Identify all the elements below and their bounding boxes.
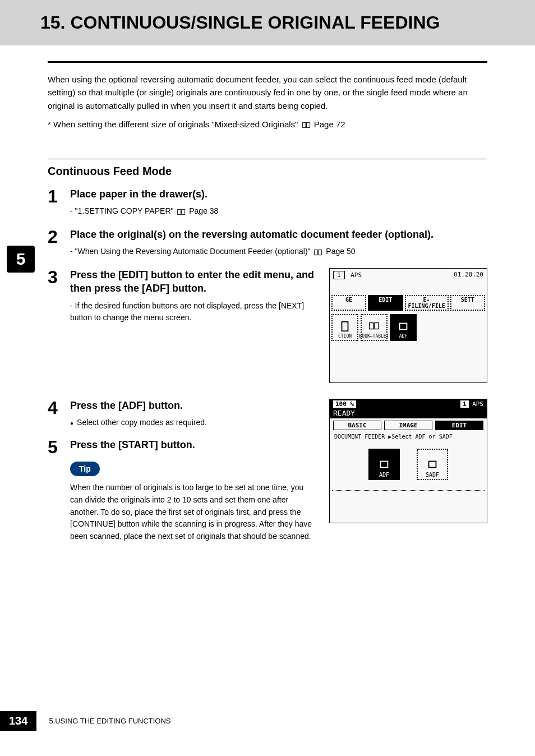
step-3: 3 Press the [EDIT] button to enter the e… [48,268,318,332]
scr2-tabs: BASIC IMAGE EDIT [330,418,487,432]
subnote-prefix: - "When Using the Reversing Automatic Do… [70,247,312,256]
subnote-prefix: - "1.SETTING COPY PAPER" [70,206,176,215]
count-box: 1 [333,271,345,279]
screenshot-edit-menu: 1 APS 01.28.20 GE EDIT E-FILING/FILE SET… [329,268,487,383]
subnote-suffix: Page 50 [326,247,355,256]
count-box: 1 [460,400,469,408]
scr2-sublabel: DOCUMENT FEEDER ▶Select ADF or SADF [330,432,487,441]
intro-paragraph: When using the optional reversing automa… [48,73,487,112]
book-icon [302,122,311,128]
tab-image[interactable]: IMAGE [384,421,432,430]
step-title: Press the [START] button. [70,438,318,451]
book-icon [177,209,186,215]
screenshot-adf-select: 100 % 1 APS READY BASIC IMAGE EDIT DOCUM… [329,399,487,545]
aps-label: APS [472,400,483,408]
tab-sett[interactable]: SETT [450,295,485,311]
page-number: 134 [0,711,36,731]
footer-chapter: 5.USING THE EDITING FUNCTIONS [49,717,170,725]
icon-ction[interactable]: CTION [331,314,358,341]
adf-icon [378,458,390,471]
section-heading: Continuous Feed Mode [48,165,487,181]
step-number: 5 [48,438,66,456]
chapter-side-tab: 5 [7,246,35,273]
step-bullet: Select other copy modes as required. [70,417,318,429]
step-subnote: - "When Using the Reversing Automatic Do… [70,246,487,258]
step-4-5-row: 4 Press the [ADF] button. Select other c… [48,399,487,545]
ready-label: READY [330,409,487,418]
step-number: 1 [48,187,66,205]
svg-rect-1 [370,323,373,329]
tab-edit[interactable]: EDIT [435,421,483,430]
step-subnote: - "1.SETTING COPY PAPER" Page 38 [70,205,487,218]
intro-note: * When setting the different size of ori… [48,118,487,131]
tab-edit[interactable]: EDIT [368,295,403,311]
percent-box: 100 % [333,400,356,408]
section-divider [48,159,487,159]
step-5: 5 Press the [START] button. Tip When the… [48,438,318,543]
step-3-row: 3 Press the [EDIT] button to enter the e… [48,268,487,383]
step-title: Place the original(s) on the reversing a… [70,228,487,241]
svg-rect-4 [381,461,388,467]
main-content: When using the optional reversing automa… [0,61,535,545]
icon-label: ADF [399,334,407,339]
subnote-suffix: Page 38 [189,206,218,215]
steps-left: 4 Press the [ADF] button. Select other c… [48,399,318,545]
page-footer: 134 5.USING THE EDITING FUNCTIONS [0,711,171,731]
tab-basic[interactable]: BASIC [333,421,381,430]
step-number: 4 [48,399,66,417]
icon-adf[interactable]: ADF [390,314,417,341]
step-content: Press the [START] button. Tip When the n… [66,438,318,543]
divider [48,61,487,63]
step-content: Press the [EDIT] button to enter the edi… [66,268,318,332]
scr1-tabs: GE EDIT E-FILING/FILE SETT [330,294,487,312]
step-2: 2 Place the original(s) on the reversing… [48,228,487,266]
tab-ge[interactable]: GE [331,295,366,311]
step-number: 2 [48,228,66,246]
step-content: Place paper in the drawer(s). - "1.SETTI… [66,187,487,225]
sadf-icon [426,458,439,471]
scr1-topbar: 1 APS 01.28.20 [330,269,487,282]
icon-label: BOOK↔TABLET [359,334,389,339]
book-tablet-icon [368,320,380,333]
step-content: Press the [ADF] button. Select other cop… [66,399,318,436]
scr1-time: 01.28.20 [454,271,483,279]
svg-rect-2 [375,323,379,329]
step-3-left: 3 Press the [EDIT] button to enter the e… [48,268,318,383]
step-4: 4 Press the [ADF] button. Select other c… [48,399,318,436]
icon-book-tablet[interactable]: BOOK↔TABLET [361,314,388,341]
tip-text: When the number of originals is too larg… [70,482,317,542]
book-icon [313,249,322,256]
note-suffix: Page 72 [314,119,345,129]
option-adf[interactable]: ADF [368,449,400,480]
adf-icon [397,320,409,333]
step-subnote: - If the desired function buttons are no… [70,300,318,324]
note-prefix: * When setting the different size of ori… [48,119,301,129]
svg-rect-5 [429,461,436,467]
page-icon [339,320,351,333]
step-1: 1 Place paper in the drawer(s). - "1.SET… [48,187,487,225]
scr2-right: 1 APS [460,400,483,408]
step-title: Press the [EDIT] button to enter the edi… [70,268,318,296]
icon-label: CTION [338,334,352,339]
tab-efiling[interactable]: E-FILING/FILE [405,295,449,311]
page-title: 15. CONTINUOUS/SINGLE ORIGINAL FEEDING [40,12,535,33]
step-content: Place the original(s) on the reversing a… [66,228,487,266]
scr2-header: 100 % 1 APS [330,399,487,409]
scr1-count-aps: 1 APS [333,271,362,279]
title-bar: 15. CONTINUOUS/SINGLE ORIGINAL FEEDING [0,0,535,45]
option-sadf[interactable]: SADF [417,449,448,480]
opt-label: ADF [379,472,389,478]
aps-label: APS [350,271,362,279]
screenshot-1: 1 APS 01.28.20 GE EDIT E-FILING/FILE SET… [329,268,487,383]
bottom-divider [332,490,485,491]
scr1-icons: CTION BOOK↔TABLET ADF [330,312,487,343]
scr2-options: ADF SADF [330,449,487,480]
screenshot-2: 100 % 1 APS READY BASIC IMAGE EDIT DOCUM… [329,399,487,523]
scr2-left: 100 % [333,400,356,408]
step-number: 3 [48,268,66,286]
svg-rect-0 [342,322,348,331]
step-title: Press the [ADF] button. [70,399,318,412]
step-title: Place paper in the drawer(s). [70,187,487,201]
opt-label: SADF [426,472,439,478]
tip-badge: Tip [70,462,100,476]
